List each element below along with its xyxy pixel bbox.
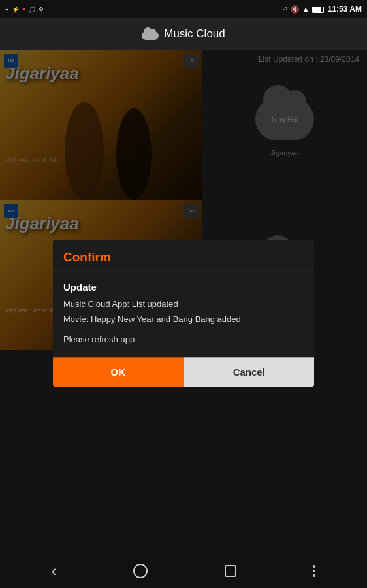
- recent-apps-button[interactable]: [225, 565, 236, 577]
- main-content: List Updated on : 23/09/2014 HD HD Jigar…: [0, 50, 367, 554]
- status-bar: ⌁ ⚡ ● 🎵 ⊙ ⚐ 🔇 ▲ 11:53 AM: [0, 0, 367, 18]
- back-button[interactable]: ‹: [52, 562, 57, 580]
- mute-icon: 🎵: [28, 6, 36, 13]
- stop-icon: ●: [22, 6, 25, 12]
- more-options-button[interactable]: [313, 565, 315, 577]
- time-display: 11:53 AM: [328, 5, 362, 14]
- dialog-line1: Music Cloud App: List updated: [63, 298, 304, 312]
- dialog-buttons: OK Cancel: [53, 357, 314, 387]
- mute-status-icon: 🔇: [291, 5, 300, 14]
- app-bar-title-group: Music Cloud: [142, 27, 225, 41]
- status-bar-left: ⌁ ⚡ ● 🎵 ⊙: [5, 6, 44, 13]
- appbar-cloud-icon: [142, 28, 159, 40]
- bluetooth-icon: ⌁: [5, 6, 9, 13]
- confirm-dialog: Confirm Update Music Cloud App: List upd…: [53, 240, 314, 387]
- cancel-button[interactable]: Cancel: [184, 358, 315, 387]
- nav-bar: ‹: [0, 554, 367, 588]
- app-bar: Music Cloud: [0, 18, 367, 50]
- wifi-icon: ▲: [302, 5, 310, 13]
- status-bar-right: ⚐ 🔇 ▲ 11:53 AM: [281, 5, 362, 14]
- dialog-title: Confirm: [53, 240, 314, 270]
- dialog-line2: Movie: Happy New Year and Bang Bang adde…: [63, 313, 304, 327]
- extra-icon: ⊙: [39, 6, 44, 12]
- dialog-refresh-note: Please refresh app: [63, 333, 304, 347]
- home-button[interactable]: [133, 564, 148, 578]
- dialog-update-label: Update: [63, 280, 304, 295]
- dialog-body: Update Music Cloud App: List updated Mov…: [53, 270, 314, 357]
- bluetooth-status-icon: ⚐: [281, 5, 288, 14]
- battery-icon: [312, 5, 324, 13]
- usb-icon: ⚡: [12, 6, 20, 13]
- app-title: Music Cloud: [164, 27, 225, 41]
- ok-button[interactable]: OK: [53, 358, 184, 387]
